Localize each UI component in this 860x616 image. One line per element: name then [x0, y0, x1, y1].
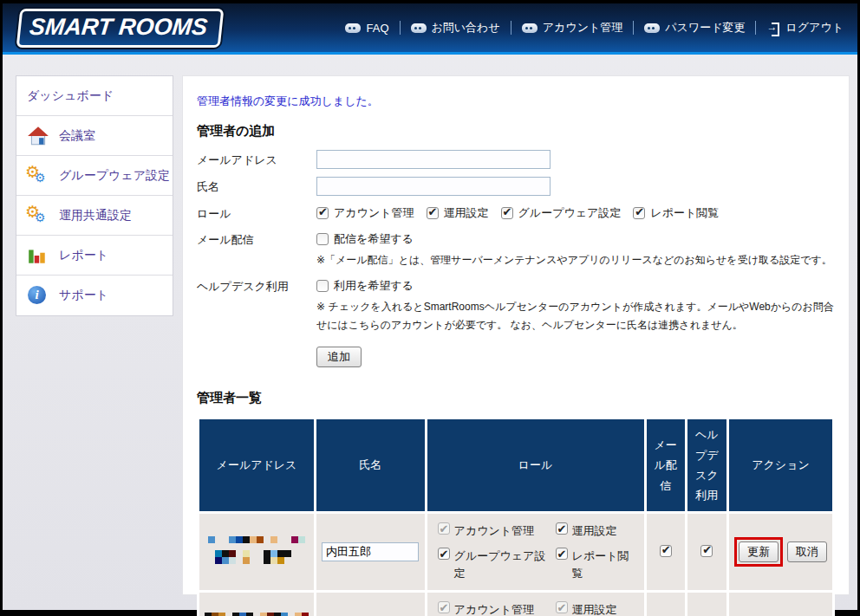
role-report-label: レポート閲覧	[650, 205, 719, 221]
list-section-title: 管理者一覧	[197, 390, 835, 406]
nav-account-label: アカウント管理	[543, 20, 623, 36]
mail-delivery-label: メール配信	[197, 230, 316, 248]
bar-chart-icon	[27, 245, 49, 266]
sidebar-item-label: レポート	[59, 248, 108, 263]
email-cell	[199, 593, 314, 616]
sidebar-item-operation-settings[interactable]: ⚙⚙ 運用共通設定	[16, 196, 173, 236]
role-form-row: ロール アカウント管理 運用設定 グループウェア設定 レポート閲覧	[197, 204, 835, 222]
window-icon	[644, 23, 660, 33]
table-row: 内田四郎 アカウント管理 運用設定 グループウェア設定 レポート閲覧	[199, 593, 832, 616]
gears-icon: ⚙⚙	[27, 165, 49, 186]
role-operation-label: 運用設定	[444, 205, 489, 221]
nav-logout[interactable]: ログアウト	[766, 20, 844, 36]
sidebar-item-label: ダッシュボード	[27, 88, 114, 104]
role-label: ロール	[197, 204, 316, 222]
role-cell: アカウント管理 運用設定 グループウェア設定 レポート閲覧	[427, 514, 644, 591]
nav-separator	[633, 21, 634, 35]
nav-faq[interactable]: FAQ	[345, 22, 388, 35]
role-account-checkbox[interactable]	[316, 207, 329, 219]
nav-faq-label: FAQ	[366, 22, 388, 35]
sidebar-item-label: 運用共通設定	[59, 208, 132, 224]
sidebar-item-label: サポート	[59, 288, 108, 303]
column-header-name: 氏名	[316, 419, 425, 511]
helpdesk-note: ※ チェックを入れるとSmartRoomsヘルプセンターのアカウントが作成されま…	[316, 298, 835, 334]
email-field[interactable]	[316, 150, 551, 169]
mail-delivery-option-label: 配信を希望する	[334, 231, 414, 247]
role-report-checkbox[interactable]	[633, 207, 645, 219]
house-icon	[27, 126, 49, 146]
table-row: アカウント管理 運用設定 グループウェア設定 レポート閲覧 更新	[199, 514, 832, 591]
nav-account-management[interactable]: アカウント管理	[522, 20, 623, 36]
nav-password-label: パスワード変更	[665, 20, 745, 36]
main-panel: 管理者情報の変更に成功しました。 管理者の追加 メールアドレス 氏名 ロール ア…	[182, 75, 850, 595]
column-header-helpdesk: ヘルプデスク利用	[687, 419, 726, 511]
highlight-box: 更新	[734, 537, 783, 567]
row-role-report-checkbox[interactable]	[556, 548, 568, 560]
helpdesk-option-label: 利用を希望する	[334, 278, 414, 294]
nav-password-change[interactable]: パスワード変更	[644, 20, 745, 36]
update-button[interactable]: 更新	[739, 541, 779, 562]
nav-separator	[400, 21, 401, 35]
redacted-email	[205, 613, 309, 616]
window-icon	[345, 23, 361, 33]
role-cell: アカウント管理 運用設定 グループウェア設定 レポート閲覧	[427, 593, 644, 616]
sidebar-item-groupware-settings[interactable]: ⚙⚙ グループウェア設定	[16, 156, 173, 196]
row-role-account-checkbox	[438, 522, 450, 535]
sidebar-item-label: 会議室	[59, 128, 95, 144]
mail-form-row: メール配信 配信を希望する ※「メール配信」とは、管理サーバーメンテナンスやアプ…	[197, 230, 835, 269]
action-cell: 更新 取消	[729, 514, 832, 591]
row-role-account-checkbox	[438, 601, 450, 613]
row-mail-checkbox[interactable]	[660, 545, 672, 557]
row-role-operation-checkbox[interactable]	[556, 522, 568, 535]
nav-separator	[511, 21, 511, 35]
helpdesk-cell	[687, 593, 726, 616]
nav-separator	[755, 21, 756, 35]
role-groupware-checkbox[interactable]	[501, 207, 513, 219]
row-helpdesk-checkbox[interactable]	[700, 545, 713, 557]
mail-cell	[647, 514, 685, 591]
sidebar-item-support[interactable]: i サポート	[16, 276, 173, 315]
nav-contact[interactable]: お問い合わせ	[411, 20, 500, 36]
column-header-action: アクション	[729, 419, 832, 511]
column-header-email: メールアドレス	[199, 419, 314, 511]
name-field[interactable]	[316, 177, 551, 196]
name-form-row: 氏名	[197, 177, 835, 196]
action-cell: 編集 削除	[729, 593, 832, 616]
mail-cell	[647, 593, 685, 616]
row-role-operation-checkbox	[556, 601, 568, 613]
sidebar-item-label: グループウェア設定	[59, 168, 170, 184]
top-bar: SMART ROOMS FAQ お問い合わせ アカウント管理 パスワード変更	[3, 3, 857, 55]
email-label: メールアドレス	[197, 150, 316, 168]
add-button[interactable]: 追加	[316, 347, 362, 367]
logo[interactable]: SMART ROOMS	[16, 9, 225, 48]
helpdesk-checkbox[interactable]	[316, 280, 329, 292]
sidebar: ダッシュボード 会議室 ⚙⚙ グループウェア設定	[16, 75, 173, 316]
cancel-button[interactable]: 取消	[787, 541, 827, 562]
content-area: ダッシュボード 会議室 ⚙⚙ グループウェア設定	[3, 55, 857, 607]
role-account-label: アカウント管理	[334, 205, 414, 221]
app-window: SMART ROOMS FAQ お問い合わせ アカウント管理 パスワード変更	[3, 3, 857, 610]
admin-table: メールアドレス 氏名 ロール メール配信 ヘルプデスク利用 アクション	[197, 417, 835, 616]
sidebar-item-meeting-room[interactable]: 会議室	[16, 116, 173, 156]
row-name-input[interactable]	[322, 542, 419, 561]
nav-logout-label: ログアウト	[785, 20, 844, 36]
helpdesk-label: ヘルプデスク利用	[197, 276, 316, 295]
column-header-role: ロール	[427, 419, 644, 511]
gears-icon: ⚙⚙	[27, 205, 49, 226]
window-icon	[411, 23, 427, 33]
window-icon	[522, 23, 538, 33]
logo-text: SMART ROOMS	[28, 14, 208, 41]
redacted-email	[208, 536, 305, 564]
nav-contact-label: お問い合わせ	[432, 20, 500, 36]
helpdesk-cell	[687, 514, 726, 591]
email-cell	[199, 514, 314, 591]
table-header-row: メールアドレス 氏名 ロール メール配信 ヘルプデスク利用 アクション	[199, 419, 832, 511]
name-cell: 内田四郎	[316, 593, 425, 616]
mail-delivery-checkbox[interactable]	[316, 233, 329, 245]
row-role-groupware-checkbox[interactable]	[438, 548, 450, 560]
mail-delivery-note: ※「メール配信」とは、管理サーバーメンテナンスやアプリのリリースなどのお知らせを…	[316, 251, 835, 269]
sidebar-item-dashboard[interactable]: ダッシュボード	[16, 76, 173, 116]
sidebar-item-report[interactable]: レポート	[16, 236, 173, 276]
info-icon: i	[27, 285, 49, 306]
role-operation-checkbox[interactable]	[427, 207, 439, 219]
